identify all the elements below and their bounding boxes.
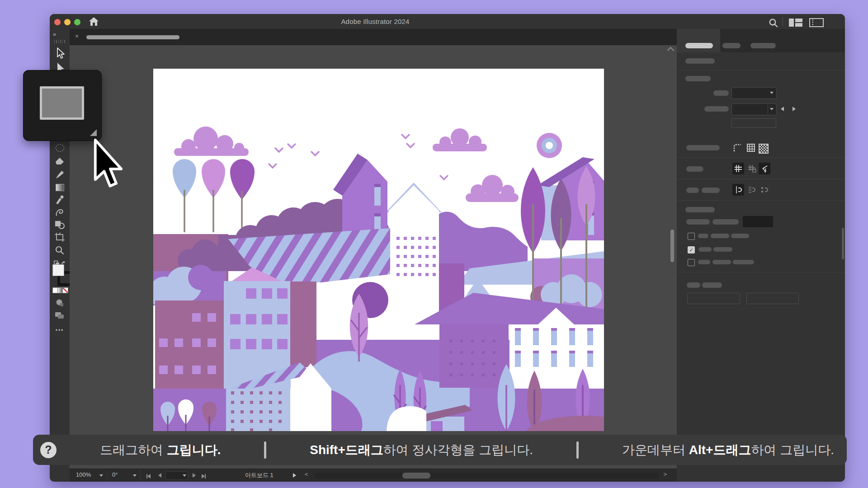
- transparency-grid-icon[interactable]: [759, 144, 769, 154]
- statusbar-divider: [107, 470, 107, 480]
- artwork-cloud-midright: [466, 175, 519, 202]
- artwork-house-h: [439, 324, 509, 388]
- panel-option-label-bar: [712, 260, 731, 264]
- previous-artboard-button[interactable]: [158, 473, 161, 478]
- snap-pixel-icon[interactable]: [759, 184, 770, 196]
- artwork-sun: [537, 133, 562, 158]
- pasteboard[interactable]: [70, 45, 677, 469]
- panel-section-label-bar: [685, 58, 715, 64]
- artwork-foreground-left: [153, 389, 226, 431]
- panel-field-label-bar: [713, 90, 729, 96]
- panel-checkbox-checked[interactable]: ✓: [688, 246, 695, 253]
- horizontal-scrollbar-track[interactable]: [314, 473, 659, 479]
- corner-widget-icon[interactable]: [732, 143, 742, 153]
- zoom-dropdown-icon[interactable]: [99, 474, 103, 477]
- panel-prev-button[interactable]: [781, 107, 784, 111]
- panel-option-label-bar: [711, 234, 729, 238]
- panel-field-label-bar: [686, 166, 703, 172]
- panel-button[interactable]: [746, 293, 799, 304]
- artboard-number-select[interactable]: [165, 471, 188, 480]
- panel-value-box[interactable]: [743, 216, 773, 227]
- tab-close-icon[interactable]: ×: [75, 33, 79, 40]
- properties-panel: ✓: [677, 29, 845, 482]
- play-icon[interactable]: [293, 473, 296, 478]
- scroll-left-icon[interactable]: <: [305, 471, 308, 478]
- screen-mode-icon[interactable]: [53, 310, 66, 321]
- eraser-tool[interactable]: [53, 156, 66, 168]
- panel-button[interactable]: [687, 293, 740, 304]
- close-window-button[interactable]: [54, 19, 61, 25]
- horizontal-scrollbar-thumb[interactable]: [402, 473, 430, 479]
- rotation-dropdown-icon[interactable]: [133, 474, 137, 477]
- panel-field-label-bar: [686, 219, 710, 225]
- snap-point-icon[interactable]: [732, 184, 744, 196]
- panel-input-box[interactable]: [731, 118, 776, 128]
- panel-layout-icon[interactable]: [809, 18, 824, 27]
- toast-divider: [264, 441, 266, 459]
- toast-segment-1: 드래그하여 그립니다.: [100, 441, 221, 459]
- snap-grid-icon[interactable]: [746, 184, 758, 196]
- flyout-corner-icon: [90, 129, 97, 136]
- panel-field-label-bar: [704, 106, 729, 112]
- more-options-icon[interactable]: •••: [53, 324, 66, 336]
- titlebar-divider: [783, 17, 783, 26]
- panel-checkbox[interactable]: [688, 259, 695, 266]
- drawing-mode-icon[interactable]: [53, 297, 66, 309]
- arrange-documents-icon[interactable]: [788, 18, 803, 27]
- rectangle-tool-icon[interactable]: [40, 86, 84, 120]
- grid-icon[interactable]: [746, 143, 756, 153]
- zoom-tool[interactable]: [53, 244, 66, 256]
- panel-option-label-bar: [713, 247, 732, 252]
- gradient-tool[interactable]: [53, 182, 66, 193]
- panel-field-label-bar: [702, 188, 720, 193]
- panel-dropdown[interactable]: [731, 87, 777, 99]
- panel-field-label-bar: [686, 188, 699, 193]
- titlebar[interactable]: Adobe Illustrator 2024: [50, 14, 845, 29]
- zoom-level[interactable]: 100%: [76, 471, 91, 478]
- rotation-value[interactable]: 0°: [112, 471, 118, 478]
- panel-option-label-bar: [698, 260, 710, 264]
- selection-tool[interactable]: [53, 47, 66, 59]
- panel-section-label-bar: [685, 76, 711, 81]
- panel-tab-2-label-bar[interactable]: [722, 43, 741, 48]
- panel-option-label-bar: [698, 247, 712, 252]
- scroll-up-icon[interactable]: [667, 47, 675, 54]
- rail-grip[interactable]: [54, 40, 66, 43]
- scroll-right-icon[interactable]: >: [663, 471, 667, 478]
- next-artboard-button[interactable]: [193, 473, 196, 478]
- artboard-tool[interactable]: [53, 231, 66, 243]
- panel-checkbox[interactable]: [688, 233, 695, 240]
- lock-guides-icon[interactable]: [746, 163, 758, 174]
- last-artboard-button[interactable]: [202, 473, 206, 480]
- paintbrush-tool[interactable]: [53, 169, 66, 181]
- search-icon[interactable]: [769, 18, 778, 28]
- artwork-cloud-left: [174, 127, 249, 156]
- fill-color-indicator[interactable]: [52, 264, 64, 276]
- window-title: Adobe Illustrator 2024: [77, 18, 674, 25]
- artwork-balloon-trees: [173, 159, 255, 232]
- desktop: Adobe Illustrator 2024 »: [0, 0, 868, 488]
- panel-scrollbar-thumb[interactable]: [842, 228, 844, 259]
- tutorial-toast: ? 드래그하여 그립니다. Shift+드래그하여 정사각형을 그립니다. 가운…: [33, 435, 847, 465]
- vertical-scrollbar-thumb[interactable]: [670, 230, 674, 262]
- eyedropper-tool[interactable]: [53, 194, 66, 206]
- panel-dropdown[interactable]: [731, 103, 777, 115]
- first-artboard-button[interactable]: [146, 473, 151, 480]
- panel-next-button[interactable]: [793, 107, 796, 111]
- show-guides-icon[interactable]: [732, 163, 744, 174]
- artboard-canvas[interactable]: [153, 69, 604, 431]
- panel-tab-3-label-bar[interactable]: [750, 43, 776, 48]
- lasso-tool[interactable]: [53, 142, 66, 154]
- document-tabstrip: ×: [70, 29, 677, 45]
- swatch-none-icon[interactable]: [62, 287, 68, 293]
- panel-tab-active[interactable]: [677, 29, 720, 52]
- document-tab-title-bar[interactable]: [86, 35, 179, 39]
- panel-tab-1-label-bar[interactable]: [685, 43, 713, 48]
- shape-builder-tool[interactable]: [53, 219, 66, 230]
- panel-section-label-bar: [685, 207, 715, 212]
- panel-field-label-bar: [702, 282, 722, 288]
- minimize-window-button[interactable]: [64, 19, 71, 25]
- rail-overflow-icon[interactable]: »: [53, 31, 56, 38]
- smart-guides-icon[interactable]: [759, 163, 770, 174]
- symbol-sprayer-tool[interactable]: [53, 206, 66, 218]
